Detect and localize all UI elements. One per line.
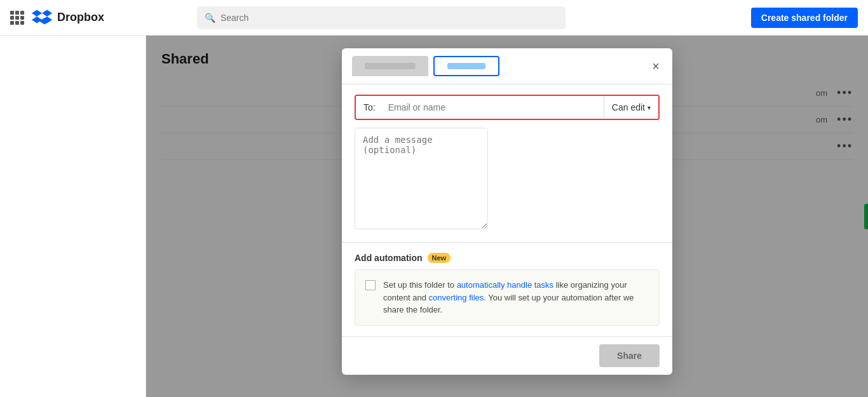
- modal-tab-inactive[interactable]: [352, 56, 428, 76]
- automation-highlight-2: converting files: [429, 293, 484, 302]
- chevron-down-icon: ▾: [648, 104, 651, 111]
- dropbox-wordmark: Dropbox: [57, 11, 104, 24]
- search-bar: 🔍: [197, 6, 566, 29]
- modal-body: To: Can edit ▾: [342, 84, 672, 242]
- modal-header: ×: [342, 48, 672, 84]
- to-label: To:: [356, 96, 383, 119]
- automation-label: Add automation: [355, 253, 423, 263]
- automation-checkbox[interactable]: [365, 280, 376, 290]
- modal-close-button[interactable]: ×: [649, 57, 662, 75]
- top-navigation: Dropbox 🔍 Create shared folder: [0, 0, 868, 36]
- to-field-row: To: Can edit ▾: [355, 95, 660, 120]
- automation-box: Set up this folder to automatically hand…: [355, 269, 660, 326]
- dropbox-logo[interactable]: Dropbox: [32, 8, 104, 28]
- search-icon: 🔍: [205, 13, 215, 23]
- message-textarea[interactable]: [355, 128, 488, 229]
- automation-highlight-1: automatically handle tasks: [457, 280, 553, 290]
- search-input[interactable]: [220, 13, 558, 23]
- automation-header: Add automation New: [355, 253, 660, 263]
- modal-overlay: × To: Can edit ▾: [146, 36, 868, 397]
- sidebar: [0, 36, 146, 397]
- content-area: Shared om ••• om ••• •••: [146, 36, 868, 397]
- create-shared-folder-button[interactable]: Create shared folder: [751, 8, 858, 28]
- new-badge: New: [428, 253, 451, 263]
- share-modal: × To: Can edit ▾: [342, 48, 672, 375]
- modal-footer: Share: [342, 336, 672, 375]
- can-edit-label: Can edit: [612, 102, 645, 112]
- automation-description: Set up this folder to automatically hand…: [383, 279, 649, 316]
- share-button[interactable]: Share: [599, 344, 660, 367]
- email-or-name-input[interactable]: [383, 96, 604, 119]
- automation-section: Add automation New Set up this folder to…: [342, 242, 672, 336]
- nav-left: Dropbox: [10, 8, 104, 28]
- modal-tab-active[interactable]: [433, 56, 499, 76]
- grid-menu-icon[interactable]: [10, 11, 24, 25]
- nav-right: Create shared folder: [751, 8, 858, 28]
- main-layout: Shared om ••• om ••• •••: [0, 36, 868, 397]
- permission-dropdown-button[interactable]: Can edit ▾: [604, 96, 658, 119]
